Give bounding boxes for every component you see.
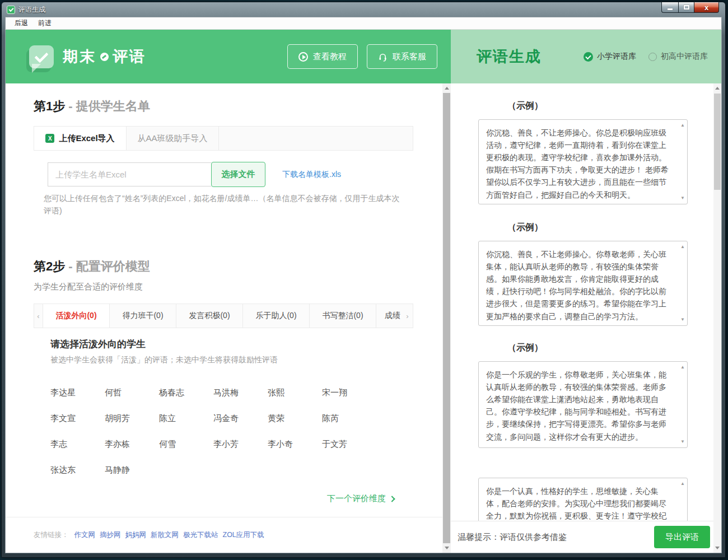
student-name[interactable]: 李小奇: [268, 439, 322, 450]
dim-tab-helpful[interactable]: 乐于助人(0): [242, 304, 309, 328]
dim-tab-grades[interactable]: 成绩: [376, 304, 403, 328]
upload-hint: 您可以上传任何包含了“姓名”列表的Excel，如花名册/成绩单…（名单信息不会被…: [44, 193, 407, 217]
app-content: 期末 评语 查看教程: [5, 30, 722, 553]
scroll-down-icon[interactable]: [713, 547, 721, 550]
download-template-link[interactable]: 下载名单模板.xls: [282, 170, 341, 180]
dim-tab-lively[interactable]: 活泼外向(0): [43, 304, 109, 328]
logo-dot-icon: [100, 53, 109, 61]
student-name[interactable]: 李文宣: [50, 413, 105, 424]
tabs-scroll-left[interactable]: ‹: [34, 304, 43, 328]
scroll-down-icon[interactable]: [442, 547, 451, 550]
student-name[interactable]: 何雪: [159, 439, 213, 450]
student-name[interactable]: 马静静: [105, 465, 159, 475]
chevron-right-icon: [389, 496, 395, 502]
student-name[interactable]: 于文芳: [322, 439, 376, 450]
dim-tab-active-speaker[interactable]: 发言积极(0): [176, 304, 242, 328]
student-name[interactable]: 马洪梅: [213, 388, 268, 398]
samples-panel: （示例） 你沉稳、善良，不让老师操心。你总是积极响应班级活动，遵守纪律，老师一直…: [451, 83, 721, 553]
left-column: 期末 评语 查看教程: [6, 30, 451, 553]
upload-row: 选择文件 下载名单模板.xls: [48, 162, 442, 187]
step2-title: 第2步- 配置评价模型: [34, 258, 442, 275]
footer-link[interactable]: 摘抄网: [100, 530, 121, 540]
dim-tab-capable[interactable]: 得力班干(0): [109, 304, 176, 328]
left-scrollbar-thumb[interactable]: [443, 93, 450, 543]
excel-icon: [45, 134, 54, 143]
left-scrollbar[interactable]: [442, 83, 451, 553]
scroll-up-icon[interactable]: [442, 86, 451, 90]
dimension-tabs: ‹ 活泼外向(0) 得力班干(0) 发言积极(0) 乐于助人(0) 书写整洁(0…: [34, 304, 413, 328]
box-scroll-down-icon[interactable]: ▼: [680, 318, 685, 322]
student-name[interactable]: 胡明芳: [105, 413, 159, 424]
choose-file-button[interactable]: 选择文件: [211, 162, 265, 187]
student-name[interactable]: 宋一翔: [322, 388, 376, 398]
export-comments-button[interactable]: 导出评语: [654, 526, 710, 548]
student-name[interactable]: 何哲: [105, 388, 159, 398]
right-scrollbar-thumb[interactable]: [714, 94, 721, 190]
scroll-up-icon[interactable]: [713, 86, 721, 90]
close-button[interactable]: x: [694, 2, 719, 13]
right-scrollbar[interactable]: [713, 83, 721, 553]
tutorial-button-label: 查看教程: [313, 52, 347, 62]
sample-group: （示例） 你是一个乐观的学生，你尊敬老师，关心班集体，能认真听从老师的教导，有较…: [478, 342, 688, 448]
menu-forward[interactable]: 前进: [33, 17, 57, 29]
library-options: 小学评语库 初高中评语库: [584, 52, 708, 62]
maximize-button[interactable]: [678, 2, 694, 13]
tutorial-button[interactable]: 查看教程: [287, 44, 358, 69]
footer-link[interactable]: 新散文网: [151, 530, 179, 540]
footer-link[interactable]: ZOL应用下载: [223, 530, 264, 540]
primary-library-option[interactable]: 小学评语库: [584, 52, 636, 62]
sample-comment-box[interactable]: 你沉稳、善良，不让老师操心。你总是积极响应班级活动，遵守纪律，老师一直期待着，看…: [478, 119, 688, 204]
student-name[interactable]: 张达东: [50, 465, 105, 475]
tabs-scroll-right[interactable]: ›: [403, 304, 412, 328]
step2-subtitle: 为学生分配至合适的评价维度: [34, 282, 442, 292]
tab-assistant-import-label: 从AA班级助手导入: [137, 133, 207, 144]
student-name[interactable]: 李小芳: [213, 439, 268, 450]
box-scroll-up-icon[interactable]: ▲: [680, 365, 685, 370]
box-scroll-down-icon[interactable]: ▼: [680, 196, 685, 200]
right-panel: 评语生成 小学评语库 初高中评语库 （示例）: [451, 30, 721, 553]
sample-label: （示例）: [507, 100, 688, 112]
footer-link[interactable]: 作文网: [74, 530, 96, 540]
step2-title-suffix: - 配置评价模型: [68, 259, 150, 273]
app-window: 评语生成 x 后退 前进 期末 评语: [1, 2, 726, 558]
sample-label: （示例）: [507, 222, 688, 234]
student-name[interactable]: 陈立: [159, 413, 213, 424]
next-dimension-link[interactable]: 下一个评价维度: [327, 493, 394, 504]
sample-comment-box[interactable]: 你沉稳、善良，不让老师操心。你尊敬老师，关心班集体，能认真听从老师的教导，有较强…: [478, 241, 688, 326]
box-scroll-down-icon[interactable]: ▼: [680, 440, 685, 444]
menu-back[interactable]: 后退: [10, 17, 33, 29]
box-scroll-up-icon[interactable]: ▲: [680, 123, 685, 128]
header-buttons: 查看教程 联系客服: [287, 44, 437, 69]
minimize-button[interactable]: [661, 2, 678, 13]
radio-checked-icon: [584, 52, 593, 62]
student-name[interactable]: 李亦栋: [105, 439, 159, 450]
window-controls: x: [661, 2, 719, 13]
minimize-icon: [668, 8, 673, 10]
contact-support-button[interactable]: 联系客服: [367, 44, 437, 69]
student-name[interactable]: 张熙: [268, 388, 322, 398]
maximize-icon: [684, 5, 689, 10]
sample-group: （示例） 你沉稳、善良，不让老师操心。你总是积极响应班级活动，遵守纪律，老师一直…: [478, 100, 688, 204]
headset-icon: [378, 52, 388, 62]
student-name[interactable]: 杨春志: [159, 388, 213, 398]
footer-link[interactable]: 极光下载站: [183, 530, 218, 540]
contact-support-label: 联系客服: [393, 52, 426, 62]
student-name[interactable]: 李达星: [50, 388, 105, 398]
box-scroll-up-icon[interactable]: ▲: [680, 482, 685, 486]
tab-excel-import[interactable]: 上传Excel导入: [34, 127, 127, 150]
student-name[interactable]: 冯金奇: [213, 413, 268, 424]
box-scroll-up-icon[interactable]: ▲: [680, 245, 685, 249]
tab-assistant-import[interactable]: 从AA班级助手导入: [127, 127, 219, 150]
play-circle-icon: [298, 52, 308, 62]
secondary-library-option[interactable]: 初高中评语库: [648, 52, 708, 62]
student-name[interactable]: 陈芮: [322, 413, 376, 424]
close-icon: x: [704, 3, 708, 12]
sample-comment-box[interactable]: 你是一个乐观的学生，你尊敬老师，关心班集体，能认真听从老师的教导，有较强的集体荣…: [478, 361, 688, 448]
dim-tab-neat-writing[interactable]: 书写整洁(0): [309, 304, 376, 328]
upload-excel-input[interactable]: [48, 162, 211, 186]
sample-comment-box[interactable]: 你是一个认真，性格好的学生，思维敏捷，关心集体，配合老师的安排。为实现心中理想我…: [478, 478, 688, 521]
student-name[interactable]: 李志: [50, 439, 105, 450]
footer-link[interactable]: 妈妈网: [125, 530, 147, 540]
sample-comment-text: 你是一个认真，性格好的学生，思维敏捷，关心集体，配合老师的安排。为实现心中理想我…: [486, 487, 666, 521]
student-name[interactable]: 黄荣: [268, 413, 322, 424]
